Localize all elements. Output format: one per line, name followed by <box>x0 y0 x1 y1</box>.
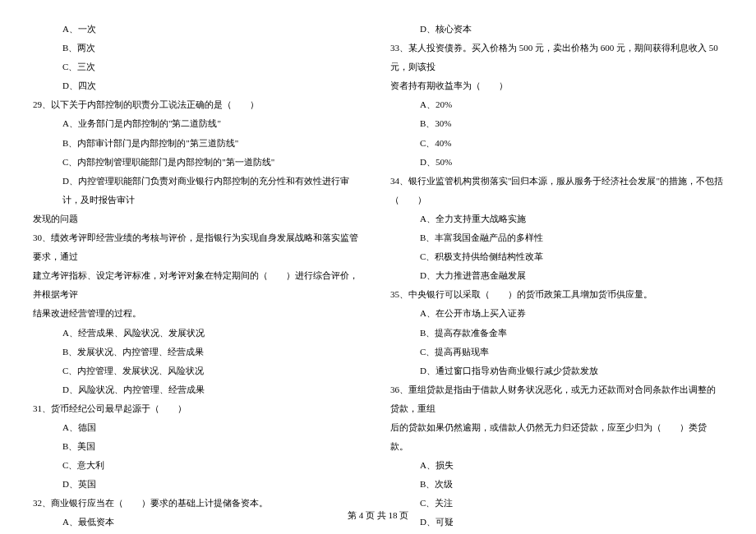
q31-stem: 31、货币经纪公司最早起源于（ ） <box>33 399 366 418</box>
page-footer: 第 4 页 共 18 页 <box>0 509 756 522</box>
q28-option-b: B、两次 <box>33 39 366 58</box>
q31-option-d: D、英国 <box>33 475 366 494</box>
q32-option-d: D、核心资本 <box>390 20 723 39</box>
q30-stem-2: 建立考评指标、设定考评标准，对考评对象在特定期间的（ ）进行综合评价，并根据考评 <box>33 266 366 304</box>
q34-option-d: D、大力推进普惠金融发展 <box>390 266 723 285</box>
q28-option-a: A、一次 <box>33 20 366 39</box>
q35-option-b: B、提高存款准备金率 <box>390 324 723 343</box>
q36-option-a: A、损失 <box>390 456 723 475</box>
q31-option-a: A、德国 <box>33 418 366 437</box>
page-container: A、一次 B、两次 C、三次 D、四次 29、以下关于内部控制的职责分工说法正确… <box>0 0 756 534</box>
q30-option-b: B、发展状况、内控管理、经营成果 <box>33 343 366 361</box>
q31-option-b: B、美国 <box>33 437 366 456</box>
q34-option-c: C、积极支持供给侧结构性改革 <box>390 247 723 266</box>
q28-option-c: C、三次 <box>33 58 366 76</box>
q33-option-a: A、20% <box>390 95 723 114</box>
q35-option-c: C、提高再贴现率 <box>390 343 723 361</box>
q28-option-d: D、四次 <box>33 76 366 95</box>
q33-option-c: C、40% <box>390 134 723 153</box>
q29-option-d: D、内控管理职能部门负责对商业银行内部控制的充分性和有效性进行审计，及时报告审计 <box>33 172 366 209</box>
q34-option-b: B、丰富我国金融产品的多样性 <box>390 228 723 247</box>
q33-option-d: D、50% <box>390 153 723 172</box>
q29-option-c: C、内部控制管理职能部门是内部控制的"第一道防线" <box>33 153 366 172</box>
q30-stem-1: 30、绩效考评即经营业绩的考核与评价，是指银行为实现自身发展战略和落实监管要求，… <box>33 228 366 266</box>
q33-stem-2: 资者持有期收益率为（ ） <box>390 76 723 95</box>
q30-stem-3: 结果改进经营管理的过程。 <box>33 304 366 323</box>
q33-stem-1: 33、某人投资债券。买入价格为 500 元，卖出价格为 600 元，期间获得利息… <box>390 39 723 76</box>
q29-stem: 29、以下关于内部控制的职责分工说法正确的是（ ） <box>33 95 366 114</box>
right-column: D、核心资本 33、某人投资债券。买入价格为 500 元，卖出价格为 600 元… <box>390 20 723 534</box>
q30-option-d: D、风险状况、内控管理、经营成果 <box>33 380 366 399</box>
q30-option-c: C、内控管理、发展状况、风险状况 <box>33 361 366 380</box>
q35-option-d: D、通过窗口指导劝告商业银行减少贷款发放 <box>390 361 723 380</box>
q29-option-a: A、业务部门是内部控制的"第二道防线" <box>33 114 366 133</box>
q35-option-a: A、在公开市场上买入证券 <box>390 304 723 323</box>
q33-option-b: B、30% <box>390 114 723 133</box>
q29-continuation: 发现的问题 <box>33 209 366 228</box>
q36-stem-2: 后的贷款如果仍然逾期，或借款人仍然无力归还贷款，应至少归为（ ）类贷款。 <box>390 418 723 456</box>
q34-option-a: A、全力支持重大战略实施 <box>390 209 723 228</box>
left-column: A、一次 B、两次 C、三次 D、四次 29、以下关于内部控制的职责分工说法正确… <box>33 20 366 534</box>
q36-stem-1: 36、重组贷款是指由于借款人财务状况恶化，或无力还款而对合同条款作出调整的贷款，… <box>390 380 723 418</box>
q29-option-b: B、内部审计部门是内部控制的"第三道防线" <box>33 134 366 153</box>
q31-option-c: C、意大利 <box>33 456 366 475</box>
q34-stem: 34、银行业监管机构贯彻落实"回归本源，服从服务于经济社会发展"的措施，不包括（… <box>390 172 723 209</box>
q35-stem: 35、中央银行可以采取（ ）的货币政策工具增加货币供应量。 <box>390 285 723 304</box>
q36-option-b: B、次级 <box>390 475 723 494</box>
q30-option-a: A、经营成果、风险状况、发展状况 <box>33 324 366 343</box>
